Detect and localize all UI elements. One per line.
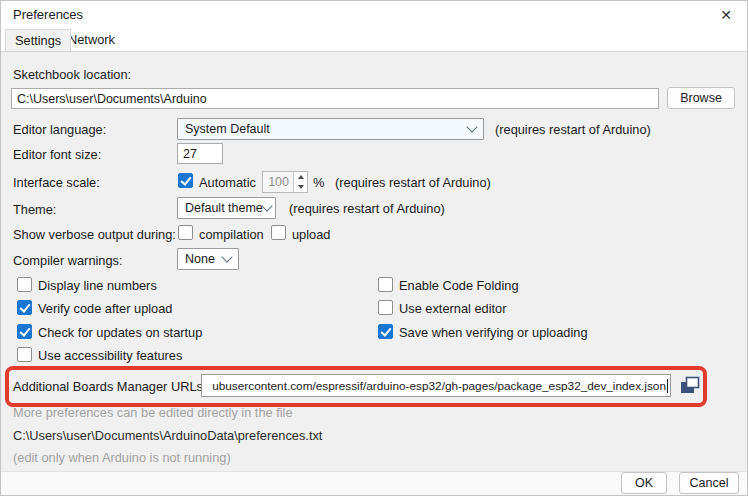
editor-font-size-input[interactable]: 27 (177, 143, 223, 164)
theme-select[interactable]: Default theme (177, 197, 276, 219)
editor-language-note: (requires restart of Arduino) (495, 122, 651, 137)
verbose-upload-label: upload (292, 227, 330, 242)
scale-value: 100 (263, 172, 293, 192)
tab-bar: Settings Network (1, 29, 747, 51)
sketchbook-location-input[interactable]: C:\Users\user\Documents\Arduino (11, 88, 659, 109)
chevron-down-icon (466, 121, 477, 132)
editor-font-size-value: 27 (183, 147, 197, 161)
dialog-title: Preferences (13, 7, 83, 22)
compiler-warnings-select[interactable]: None (177, 248, 239, 270)
checkbox-use-external-editor[interactable] (378, 300, 393, 315)
sketchbook-location-value: C:\Users\user\Documents\Arduino (17, 92, 207, 106)
ok-button[interactable]: OK (621, 472, 667, 494)
editor-language-value: System Default (185, 122, 270, 136)
compiler-warnings-label: Compiler warnings: (13, 253, 123, 268)
checkbox-check-for-updates[interactable] (17, 324, 32, 339)
stepper-arrows[interactable] (293, 172, 307, 192)
theme-value: Default theme (185, 201, 263, 215)
checkbox-verify-code-after-upload[interactable] (17, 300, 32, 315)
label-verify-code-after-upload: Verify code after upload (38, 301, 172, 316)
preferences-file-path: C:\Users\user\Documents\ArduinoData\pref… (13, 428, 322, 443)
checkbox-display-line-numbers[interactable] (17, 277, 32, 292)
verbose-output-label: Show verbose output during: (13, 227, 176, 242)
label-use-accessibility-features: Use accessibility features (38, 348, 182, 363)
new-window-icon (680, 376, 701, 395)
scale-value-stepper[interactable]: 100 (262, 171, 308, 193)
title-bar: Preferences ✕ (1, 1, 747, 29)
boards-manager-urls-input[interactable]: ubusercontent.com/espressif/arduino-esp3… (201, 374, 671, 397)
label-display-line-numbers: Display line numbers (38, 278, 157, 293)
verbose-compilation-label: compilation (199, 227, 264, 242)
step-up-icon[interactable] (294, 172, 307, 182)
sketchbook-location-label: Sketchbook location: (13, 67, 131, 82)
cancel-button[interactable]: Cancel (679, 472, 739, 494)
edit-warning-text: (edit only when Arduino is not running) (13, 450, 231, 465)
editor-font-size-label: Editor font size: (13, 147, 101, 162)
tab-settings[interactable]: Settings (5, 29, 71, 51)
editor-language-select[interactable]: System Default (177, 118, 484, 140)
chevron-down-icon (221, 251, 232, 262)
boards-manager-urls-value: ubusercontent.com/espressif/arduino-esp3… (212, 379, 666, 393)
checkbox-enable-code-folding[interactable] (378, 277, 393, 292)
boards-manager-urls-label: Additional Boards Manager URLs: (13, 379, 206, 394)
checkbox-use-accessibility-features[interactable] (17, 347, 32, 362)
checkbox-save-when-verifying[interactable] (378, 324, 393, 339)
verbose-compilation-checkbox[interactable] (178, 225, 193, 240)
theme-note: (requires restart of Arduino) (289, 201, 445, 216)
close-icon[interactable]: ✕ (715, 5, 737, 25)
verbose-upload-checkbox[interactable] (271, 225, 286, 240)
browse-button[interactable]: Browse (667, 87, 735, 109)
automatic-scale-checkbox[interactable] (178, 173, 193, 188)
automatic-scale-label: Automatic (199, 175, 256, 190)
percent-sign: % (313, 175, 324, 190)
more-preferences-text: More preferences can be edited directly … (13, 405, 293, 420)
label-use-external-editor: Use external editor (399, 301, 506, 316)
compiler-warnings-value: None (185, 252, 215, 266)
label-check-for-updates: Check for updates on startup (38, 325, 202, 340)
step-down-icon[interactable] (294, 182, 307, 192)
label-enable-code-folding: Enable Code Folding (399, 278, 519, 293)
preferences-dialog: Preferences ✕ Settings Network Sketchboo… (0, 0, 748, 496)
interface-scale-label: Interface scale: (13, 175, 100, 190)
label-save-when-verifying: Save when verifying or uploading (399, 325, 588, 340)
open-urls-window-button[interactable] (677, 373, 704, 398)
editor-language-label: Editor language: (13, 122, 106, 137)
text-caret (667, 379, 668, 393)
theme-label: Theme: (13, 202, 56, 217)
interface-scale-note: (requires restart of Arduino) (335, 175, 491, 190)
